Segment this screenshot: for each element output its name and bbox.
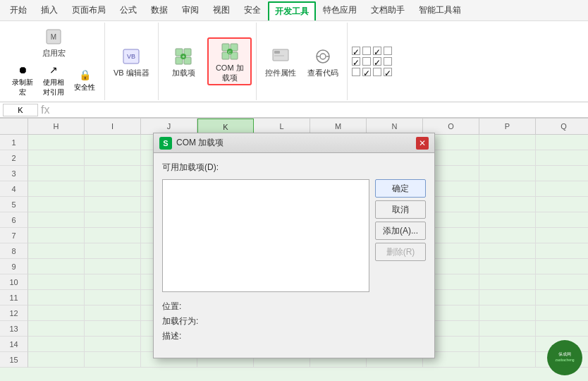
svg-rect-18	[274, 55, 284, 56]
checkbox-1[interactable]: ✓	[352, 47, 360, 55]
dialog-title-text: COM 加载项	[176, 137, 416, 149]
relative-ref-label: 使用相对引用	[41, 78, 66, 97]
com-add-ins-dialog: S COM 加载项 ✕ 可用加载项(D): 确定 取消 添加(A)... 删除(…	[153, 133, 435, 358]
record-macro-button[interactable]: ⏺ 录制新宏	[7, 61, 38, 99]
svg-text:zaobacheng: zaobacheng	[555, 358, 574, 362]
view-code-label: 查看代码	[307, 68, 338, 78]
svg-rect-17	[274, 51, 280, 54]
spreadsheet: H I J K L M N O P Q R S 1 2	[0, 119, 588, 381]
checkbox-9[interactable]	[352, 68, 360, 76]
formula-bar: fx	[0, 102, 588, 118]
dialog-titlebar: S COM 加载项 ✕	[154, 133, 434, 153]
checkbox-7[interactable]: ✓	[373, 57, 381, 66]
relative-ref-icon: ↗	[46, 62, 61, 78]
macro-small-row: ⏺ 录制新宏 ↗ 使用相对引用 🔒 安全性	[7, 61, 100, 99]
vb-editor-icon: VB	[120, 45, 142, 68]
macro-security-label: 安全性	[74, 83, 95, 92]
checkbox-5[interactable]: ✓	[352, 57, 360, 66]
tab-page-layout[interactable]: 页面布局	[65, 0, 113, 20]
ribbon: 开始 插入 页面布局 公式 数据 审阅 视图 安全 开发工具 特色应用 文档助手…	[0, 0, 588, 119]
formula-input[interactable]	[52, 104, 585, 116]
dialog-title-icon: S	[159, 137, 172, 150]
tab-view[interactable]: 视图	[206, 0, 237, 20]
cell-reference[interactable]	[3, 104, 38, 116]
tab-security[interactable]: 安全	[237, 0, 268, 20]
com-add-ins-label: COM 加载项	[213, 64, 246, 82]
available-addins-label: 可用加载项(D):	[162, 162, 426, 174]
confirm-button[interactable]: 确定	[375, 179, 426, 198]
ribbon-group-addins: + 加载项 C	[159, 23, 257, 100]
tab-home[interactable]: 开始	[3, 0, 34, 20]
control-props-icon	[269, 45, 292, 68]
svg-text:VB: VB	[127, 53, 135, 60]
dialog-buttons: 确定 取消 添加(A)... 删除(R)	[375, 179, 426, 292]
enable-macro-label: 启用宏	[42, 49, 66, 58]
control-props-label: 控件属性	[265, 68, 296, 78]
ribbon-content: M 启用宏 ⏺ 录制新宏 ↗ 使用相对引用 🔒 安全性	[0, 21, 588, 102]
checkbox-row-3: ✓ ✓	[352, 68, 392, 76]
add-ins-button[interactable]: + 加载项	[163, 44, 204, 79]
control-props-button[interactable]: 控件属性	[261, 44, 300, 79]
vb-editor-label: VB 编辑器	[114, 68, 149, 78]
location-row: 位置:	[162, 301, 426, 313]
dialog-main-area: 确定 取消 添加(A)... 删除(R)	[162, 179, 426, 292]
tab-data[interactable]: 数据	[144, 0, 175, 20]
macro-security-button[interactable]: 🔒 安全性	[69, 66, 100, 94]
watermark: 保成网 zaobacheng	[547, 340, 582, 375]
checkbox-8[interactable]	[384, 57, 392, 66]
tab-special[interactable]: 特色应用	[316, 0, 364, 20]
cancel-button[interactable]: 取消	[375, 200, 426, 219]
checkbox-6[interactable]	[362, 57, 371, 66]
svg-point-20	[320, 54, 326, 59]
formula-divider: fx	[41, 104, 49, 116]
dialog-info: 位置: 加载行为: 描述:	[162, 301, 426, 342]
macro-icon: M	[42, 25, 65, 48]
tab-insert[interactable]: 插入	[34, 0, 65, 20]
tab-formula[interactable]: 公式	[113, 0, 144, 20]
svg-text:C: C	[228, 50, 232, 54]
relative-ref-button[interactable]: ↗ 使用相对引用	[38, 61, 69, 99]
dialog-close-button[interactable]: ✕	[416, 137, 429, 150]
view-code-icon	[312, 45, 334, 68]
record-macro-icon: ⏺	[15, 62, 30, 78]
tab-developer[interactable]: 开发工具	[268, 1, 316, 20]
dialog-overlay: S COM 加载项 ✕ 可用加载项(D): 确定 取消 添加(A)... 删除(…	[0, 119, 588, 381]
svg-text:M: M	[51, 33, 56, 41]
view-code-button[interactable]: 查看代码	[303, 44, 343, 79]
vb-editor-button[interactable]: VB VB 编辑器	[109, 24, 154, 99]
add-button[interactable]: 添加(A)...	[375, 222, 426, 240]
checkbox-row-2: ✓ ✓	[352, 57, 392, 66]
remove-button[interactable]: 删除(R)	[375, 243, 426, 261]
com-add-ins-button[interactable]: C COM 加载项	[207, 37, 252, 85]
checkbox-row-1: ✓ ✓	[352, 47, 392, 55]
dialog-body: 可用加载项(D): 确定 取消 添加(A)... 删除(R) 位置: 加载行为:…	[154, 153, 434, 351]
svg-text:+: +	[182, 54, 185, 60]
add-ins-icon: +	[172, 45, 195, 68]
checkbox-12[interactable]: ✓	[384, 68, 392, 76]
ribbon-tabs: 开始 插入 页面布局 公式 数据 审阅 视图 安全 开发工具 特色应用 文档助手…	[0, 0, 588, 21]
svg-text:保成网: 保成网	[558, 352, 571, 356]
macro-security-icon: 🔒	[77, 67, 92, 83]
ribbon-group-macros: M 启用宏 ⏺ 录制新宏 ↗ 使用相对引用 🔒 安全性	[3, 23, 105, 100]
ribbon-group-checkboxes: ✓ ✓ ✓ ✓ ✓ ✓	[348, 23, 396, 100]
enable-macro-button[interactable]: M 启用宏	[38, 24, 70, 59]
macro-buttons-row: M 启用宏	[38, 24, 70, 59]
tab-review[interactable]: 审阅	[175, 0, 206, 20]
description-row: 描述:	[162, 330, 426, 342]
checkbox-3[interactable]: ✓	[373, 47, 381, 55]
tab-smart-tools[interactable]: 智能工具箱	[412, 0, 468, 20]
checkbox-4[interactable]	[384, 47, 392, 55]
add-ins-label: 加载项	[172, 68, 195, 78]
ribbon-group-controls: 控件属性 查看代码	[257, 23, 348, 100]
ribbon-group-vb: VB VB 编辑器	[105, 23, 159, 100]
tab-doc-helper[interactable]: 文档助手	[364, 0, 412, 20]
addins-list[interactable]	[162, 179, 369, 292]
checkbox-2[interactable]	[362, 47, 371, 55]
record-macro-label: 录制新宏	[10, 78, 35, 97]
load-behavior-row: 加载行为:	[162, 315, 426, 327]
checkbox-10[interactable]: ✓	[362, 68, 371, 76]
checkbox-11[interactable]	[373, 68, 381, 76]
com-add-ins-icon: C	[219, 40, 241, 63]
